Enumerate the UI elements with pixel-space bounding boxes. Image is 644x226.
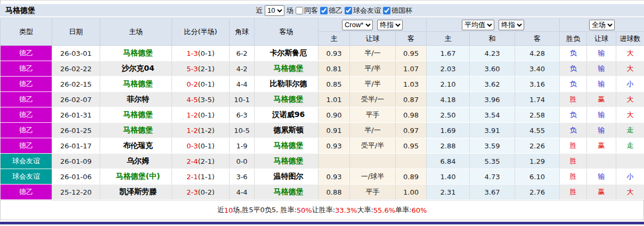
cell-competition: 球会友谊 — [1, 169, 52, 185]
summary-stat-label: 单率: — [395, 205, 411, 215]
fulltime-score: 2-4 — [186, 157, 198, 165]
cell-home-team[interactable]: 马格德堡 — [100, 46, 172, 61]
cell-goals-result: 大 — [616, 185, 644, 200]
cell-avg-draw: 3.59 — [470, 138, 515, 154]
halftime-score: (1-2) — [198, 127, 214, 135]
cell-away-team[interactable]: 比勒菲尔德 — [255, 77, 319, 92]
cell-avg-draw: 4.23 — [470, 46, 515, 61]
cell-home-team[interactable]: 凯泽斯劳滕 — [100, 185, 172, 200]
cell-avg-home: 2.10 — [427, 77, 470, 92]
summary-stat-label: 大率: — [357, 205, 373, 215]
cell-handicap-result — [587, 154, 616, 169]
cell-avg-home: 1.67 — [427, 46, 470, 61]
cell-home-team[interactable]: 马格德堡 — [100, 77, 172, 92]
period-select[interactable]: 全场 — [589, 20, 615, 30]
cell-away-team[interactable]: 马格德堡 — [255, 185, 319, 200]
cell-away-team[interactable]: 汉诺威96 — [255, 107, 319, 123]
cell-handicap-result: 赢 — [587, 92, 616, 107]
cell-home-team[interactable]: 马格德堡 — [100, 123, 172, 138]
cell-avg-away: 3.40 — [515, 61, 560, 77]
cell-away-team[interactable]: 马格德堡 — [255, 154, 319, 169]
bottom-accent-bar — [0, 222, 644, 224]
filter-checkbox-德乙[interactable]: 德乙 — [320, 6, 343, 15]
cell-corners: 6-3 — [230, 107, 255, 123]
cell-goals-result: 大 — [616, 107, 644, 123]
cell-home-team[interactable]: 菲尔特 — [100, 92, 172, 107]
cell-score: 2-4(2-1) — [172, 154, 230, 169]
recent-count-select[interactable]: 10 — [265, 5, 284, 16]
cell-corners: 3-6 — [230, 169, 255, 185]
average-stage-select[interactable]: 终指 — [499, 20, 524, 30]
match-table: 类型 日期 主场 比分(半场) 角球 客场 Crow* 终指 平均值 终指 全场 — [0, 18, 644, 200]
cell-corners: 4-4 — [230, 185, 255, 200]
cell-home-team[interactable]: 乌尔姆 — [100, 154, 172, 169]
cell-score: 1-2(1-2) — [172, 123, 230, 138]
cell-result: 负 — [560, 46, 587, 61]
checkbox-label: 球会友谊 — [353, 6, 381, 15]
cell-away-team[interactable]: 马格德堡 — [255, 138, 319, 154]
cell-avg-home: 2.03 — [427, 61, 470, 77]
cell-handicap-result: 输 — [587, 107, 616, 123]
checkbox-input[interactable] — [345, 7, 352, 14]
halftime-score: (1-1) — [198, 173, 214, 181]
cell-handicap-result: 输 — [587, 61, 616, 77]
cell-away-team[interactable]: 马格德堡 — [255, 92, 319, 107]
cell-avg-away: 6.10 — [515, 169, 560, 185]
cell-competition: 德乙 — [1, 185, 52, 200]
cell-odds-away: 0.89 — [396, 169, 427, 185]
average-select[interactable]: 平均值 — [462, 20, 494, 30]
cell-home-team[interactable]: 马格德堡(中) — [100, 169, 172, 185]
cell-avg-away: 2.76 — [515, 185, 560, 200]
match-row: 德乙25-12-20凯泽斯劳滕2-3(0-2)4-4马格德堡0.88平手1.00… — [1, 185, 644, 200]
cell-away-team[interactable]: 温特图尔 — [255, 169, 319, 185]
filter-checkbox-球会友谊[interactable]: 球会友谊 — [345, 6, 381, 15]
filter-checkbox-同客[interactable]: 同客 — [296, 6, 318, 15]
cell-goals-result: 大 — [616, 92, 644, 107]
summary-stat-value: 55.6% — [373, 206, 395, 214]
cell-result: 胜 — [560, 169, 587, 185]
cell-score: 0-3(0-1) — [172, 138, 230, 154]
cell-avg-away: 4.55 — [515, 123, 560, 138]
halftime-score: (0-1) — [198, 49, 214, 57]
cell-away-team[interactable]: 卡尔斯鲁厄 — [255, 46, 319, 61]
checkbox-input[interactable] — [296, 7, 303, 14]
cell-avg-home: 2.31 — [427, 185, 470, 200]
cell-avg-draw: 3.91 — [470, 123, 515, 138]
cell-away-team[interactable]: 德累斯顿 — [255, 123, 319, 138]
filter-checkbox-德国杯[interactable]: 德国杯 — [383, 6, 412, 15]
col-header-away: 客场 — [255, 18, 319, 46]
bookmaker-select[interactable]: Crow* — [342, 20, 373, 30]
cell-odds-home: 0.88 — [319, 185, 350, 200]
col-header-result: 胜负 — [560, 32, 587, 46]
cell-handicap: 一/球半 — [350, 169, 396, 185]
checkbox-input[interactable] — [320, 7, 328, 14]
checkbox-input[interactable] — [383, 7, 390, 14]
cell-score: 5-3(2-1) — [172, 61, 230, 77]
summary-stat-label: 近 — [217, 205, 224, 215]
cell-competition: 德乙 — [1, 107, 52, 123]
match-row: 德乙26-03-01马格德堡1-3(0-1)6-2卡尔斯鲁厄0.93半/一0.9… — [1, 46, 644, 61]
cell-handicap: 平/半 — [350, 77, 396, 92]
cell-home-team[interactable]: 沙尔克04 — [100, 61, 172, 77]
cell-goals-result: 小 — [616, 169, 644, 185]
fulltime-score: 4-5 — [186, 96, 198, 104]
cell-home-team[interactable]: 布伦瑞克 — [100, 138, 172, 154]
cell-score: 0-2(0-1) — [172, 77, 230, 92]
checkbox-label: 德乙 — [329, 6, 343, 15]
col-header-handicap: 让球 — [350, 32, 396, 46]
cell-result: 胜 — [560, 138, 587, 154]
col-header-type: 类型 — [1, 18, 52, 46]
fulltime-score: 1-2 — [186, 111, 198, 119]
cell-score: 2-3(0-2) — [172, 185, 230, 200]
cell-home-team[interactable]: 马格德堡 — [100, 107, 172, 123]
fulltime-score: 2-1 — [186, 173, 198, 181]
cell-handicap: 受平/半 — [350, 138, 396, 154]
col-header-score: 比分(半场) — [172, 18, 230, 46]
cell-handicap-result: 输 — [587, 77, 616, 92]
cell-corners: 4-2 — [230, 61, 255, 77]
odds-stage-select[interactable]: 终指 — [377, 20, 403, 30]
cell-handicap: 平/半 — [350, 61, 396, 77]
cell-away-team[interactable]: 马格德堡 — [255, 61, 319, 77]
cell-competition: 德乙 — [1, 61, 52, 77]
cell-corners: 10-1 — [230, 92, 255, 107]
